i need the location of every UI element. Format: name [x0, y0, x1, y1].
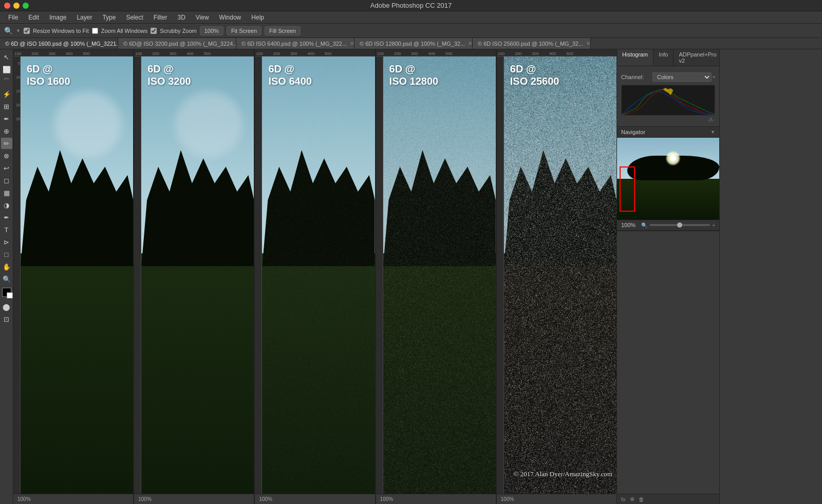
eraser-tool[interactable]: ◻: [1, 175, 12, 186]
shape-tool[interactable]: □: [1, 249, 12, 260]
eyedropper-tool[interactable]: ✒: [1, 113, 12, 124]
menu-select[interactable]: Select: [122, 13, 147, 22]
doc-image-1: 6D @ ISO 3200: [141, 57, 254, 494]
menu-filter[interactable]: Filter: [150, 13, 172, 22]
window-controls[interactable]: [4, 3, 29, 9]
menu-edit[interactable]: Edit: [24, 13, 43, 22]
menu-help[interactable]: Help: [247, 13, 268, 22]
minimize-button[interactable]: [13, 3, 20, 9]
zoom-level-1: 100%: [138, 496, 152, 502]
navigator-panel: Navigator ▼ 100% 🔍 +: [617, 127, 719, 231]
photo-bg-4: 6D @ ISO 25600 © 2017 Alan Dyer/AmazingS…: [504, 57, 616, 494]
nav-zoom-value: 100%: [621, 222, 639, 228]
close-button[interactable]: [4, 3, 10, 9]
dodge-tool[interactable]: ◑: [1, 199, 12, 211]
doc-content-0: 5 10 15 20 25: [13, 57, 133, 494]
zoom-level-0: 100%: [17, 496, 31, 502]
clone-stamp-tool[interactable]: ⊗: [1, 150, 12, 161]
ruler-top-0: 100 200 300 400 500: [13, 49, 133, 57]
svg-marker-0: [663, 88, 673, 96]
brush-tool[interactable]: ✏: [1, 138, 12, 149]
info-tab[interactable]: Info: [653, 49, 674, 66]
ruler-left-0: 5 10 15 20 25: [13, 57, 21, 494]
doc-content-2: 6D @ ISO 6400: [255, 57, 375, 494]
tab-bar: © 6D @ ISO 1600.psd @ 100% (_MG_3221... …: [0, 38, 822, 49]
fit-screen-button[interactable]: Fit Screen: [227, 26, 261, 35]
doc-content-3: 6D @ ISO 12800: [376, 57, 496, 494]
fill-screen-button[interactable]: Fill Screen: [265, 26, 301, 35]
text-tool[interactable]: T: [1, 224, 12, 235]
tab-3[interactable]: © 6D ISO 12800.psd @ 100% (_MG_32... ✕: [354, 38, 473, 49]
histogram-options-icon[interactable]: ≡: [713, 74, 715, 80]
pen-tool[interactable]: ✒: [1, 212, 12, 223]
titlebar: Adobe Photoshop CC 2017: [0, 0, 822, 11]
zoom-all-checkbox[interactable]: [92, 28, 98, 34]
tab-0[interactable]: © 6D @ ISO 1600.psd @ 100% (_MG_3221... …: [0, 38, 118, 49]
tab-close-2[interactable]: ✕: [350, 41, 354, 46]
histogram-tab[interactable]: Histogram: [617, 49, 653, 66]
ruler-top-3: 100 200 300 400 500: [376, 49, 496, 57]
menu-3d[interactable]: 3D: [173, 13, 189, 22]
zoom-in-icon[interactable]: +: [712, 222, 715, 228]
navigator-header[interactable]: Navigator ▼: [617, 127, 719, 138]
delete-icon[interactable]: 🗑: [639, 496, 644, 502]
zoom-out-icon[interactable]: 🔍: [641, 222, 647, 228]
menu-layer[interactable]: Layer: [72, 13, 96, 22]
quick-mask-tool[interactable]: ⬤: [1, 301, 12, 312]
history-brush-tool[interactable]: ↩: [1, 162, 12, 174]
navigator-zoom-bar: 100% 🔍 +: [617, 220, 719, 230]
lasso-tool[interactable]: ⌒: [1, 76, 12, 87]
maximize-button[interactable]: [23, 3, 29, 9]
extra-panel-1: [617, 231, 719, 494]
zoom-all-label: Zoom All Windows: [101, 28, 147, 34]
menu-type[interactable]: Type: [98, 13, 120, 22]
screen-mode-tool[interactable]: ⊡: [1, 313, 12, 325]
healing-brush-tool[interactable]: ⊕: [1, 125, 12, 137]
panel-bottom-bar: fx ⊕ 🗑: [617, 494, 719, 504]
doc-image-4: 6D @ ISO 25600 © 2017 Alan Dyer/AmazingS…: [504, 57, 616, 494]
ruler-top-4: 100 200 300 400 500: [497, 49, 616, 57]
ruler-left-2: [255, 57, 262, 494]
move-tool[interactable]: ↖: [1, 51, 12, 63]
zoom-level-3: 100%: [380, 496, 394, 502]
tab-1[interactable]: © 6D@ ISO 3200.psd @ 100% (_MG_3224... ✕: [118, 38, 236, 49]
menu-view[interactable]: View: [192, 13, 213, 22]
path-select-tool[interactable]: ⊳: [1, 236, 12, 248]
iso-label-2: 6D @ ISO 6400: [268, 63, 312, 87]
scrubby-zoom-checkbox[interactable]: [151, 28, 157, 34]
foreground-color[interactable]: [2, 288, 11, 297]
tab-close-3[interactable]: ✕: [468, 41, 472, 46]
documents-container: 100 200 300 400 500 5 10 15 20 25: [13, 49, 616, 504]
tab-2[interactable]: © 6D ISO 6400.psd @ 100% (_MG_322... ✕: [236, 38, 354, 49]
histogram-graph: [621, 85, 715, 116]
tab-4[interactable]: © 6D ISO 25600.psd @ 100% (_MG_32... ✕: [473, 38, 591, 49]
photo-bg-0: 6D @ ISO 1600: [21, 57, 133, 494]
main-area: ↖ ⬜ ⌒ ⚡ ⊞ ✒ ⊕ ✏ ⊗ ↩ ◻ ▦ ◑ ✒ T ⊳ □ ✋ 🔍 ⬤ …: [0, 49, 822, 504]
menu-image[interactable]: Image: [45, 13, 70, 22]
photo-bg-3: 6D @ ISO 12800: [383, 57, 496, 494]
channel-select[interactable]: Colors RGB Red Green Blue Luminosity: [652, 72, 712, 82]
doc-image-3: 6D @ ISO 12800: [383, 57, 496, 494]
gradient-tool[interactable]: ▦: [1, 187, 12, 198]
quick-select-tool[interactable]: ⚡: [1, 88, 12, 100]
ground-1: [141, 253, 254, 494]
zoom-tool[interactable]: 🔍: [1, 273, 12, 285]
background-color[interactable]: [7, 292, 13, 298]
photo-bg-2: 6D @ ISO 6400: [262, 57, 375, 494]
rectangle-select-tool[interactable]: ⬜: [1, 64, 12, 75]
menu-file[interactable]: File: [4, 13, 22, 22]
nav-zoom-slider[interactable]: [649, 224, 710, 226]
menu-window[interactable]: Window: [215, 13, 246, 22]
tab-close-4[interactable]: ✕: [586, 41, 590, 46]
resize-windows-checkbox[interactable]: [24, 28, 30, 34]
doc-panel-2: 100 200 300 400 500: [255, 49, 376, 504]
tab-label-3: © 6D ISO 12800.psd @ 100% (_MG_32...: [360, 41, 465, 47]
crop-tool[interactable]: ⊞: [1, 101, 12, 112]
fx-icon[interactable]: fx: [621, 496, 626, 502]
hand-tool[interactable]: ✋: [1, 261, 12, 272]
adppanel-tab[interactable]: ADPpanel+Pro v2: [674, 49, 719, 66]
histogram-refresh-icon[interactable]: ⚠: [708, 117, 713, 122]
navigator-viewport-box[interactable]: [620, 166, 635, 212]
statusbar-3: 100%: [376, 494, 496, 504]
new-layer-icon[interactable]: ⊕: [630, 496, 634, 502]
